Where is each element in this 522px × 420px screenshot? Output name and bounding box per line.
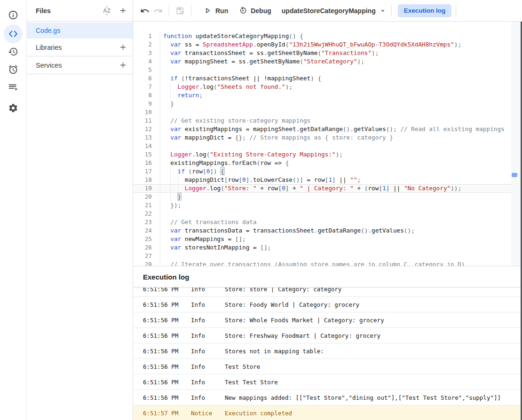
triggers-button[interactable]: [4, 60, 23, 79]
log-level: Info: [191, 288, 225, 293]
code-line[interactable]: 3 var transactionsSheet = ss.getSheetByN…: [134, 49, 522, 57]
log-timestamp: 6:51:56 PM: [143, 363, 191, 370]
code-line[interactable]: 8 return;: [134, 91, 522, 100]
code-line[interactable]: 13 var mappingDict = {}; // Store mappin…: [134, 133, 522, 142]
code-text: Logger.log("Store: " + row[0] + " | Cate…: [160, 184, 522, 193]
code-line[interactable]: 12 var existingMappings = mappingSheet.g…: [134, 125, 522, 133]
line-number: 13: [134, 133, 160, 142]
log-entry: 6:51:56 PMInfoTest Test Store: [134, 374, 522, 390]
project-history-button[interactable]: [4, 42, 23, 61]
line-number: 17: [134, 167, 160, 176]
code-line[interactable]: 17 if (row[0]) {: [134, 167, 522, 176]
code-line[interactable]: 22: [134, 210, 522, 218]
add-library-button[interactable]: [117, 41, 129, 54]
code-editor[interactable]: 1function updateStoreCategoryMapping() {…: [134, 22, 522, 266]
line-number: 4: [134, 57, 160, 66]
toolbar-divider: [456, 5, 456, 16]
editor-button[interactable]: [4, 24, 23, 43]
line-number: 28: [134, 260, 160, 266]
log-entry: 6:51:56 PMInfoStore: Whole Foods Market …: [134, 312, 522, 328]
toolbar-divider: [169, 5, 169, 16]
line-number: 6: [134, 74, 160, 83]
line-number: 16: [134, 159, 160, 167]
indent-guide: [178, 184, 178, 193]
code-text: var ss = SpreadsheetApp.openById("13h2i5…: [160, 40, 522, 49]
debug-label: Debug: [251, 7, 271, 15]
code-line[interactable]: 4 var mappingSheet = ss.getSheetByName("…: [134, 57, 522, 66]
project-settings-button[interactable]: [4, 99, 23, 117]
alarm-clock-icon: [8, 64, 18, 75]
files-panel: Files AZ Code.gs Libraries Services: [26, 0, 133, 420]
run-label: Run: [215, 7, 228, 15]
log-timestamp: 6:51:56 PM: [143, 348, 191, 355]
code-line[interactable]: 19 Logger.log("Store: " + row[0] + " | C…: [134, 184, 522, 193]
code-line[interactable]: 7 Logger.log("Sheets not found.");: [134, 83, 522, 91]
line-number: 8: [134, 91, 160, 100]
code-text: Logger.log("Sheets not found.");: [160, 83, 522, 91]
log-level: Info: [191, 301, 225, 308]
indent-guide: [170, 176, 171, 184]
code-line[interactable]: 2 var ss = SpreadsheetApp.openById("13h2…: [134, 40, 522, 49]
execution-log-panel: Execution log 6:51:56 PMInfoStore: store…: [134, 266, 522, 420]
code-line[interactable]: 10: [134, 108, 522, 117]
add-file-button[interactable]: [117, 5, 129, 17]
sidebar-section-libraries[interactable]: Libraries: [27, 39, 133, 56]
code-text: var newMappings = [];: [160, 235, 522, 243]
code-line[interactable]: 9 }: [134, 100, 522, 108]
az-sort-icon[interactable]: AZ: [101, 6, 113, 16]
code-line[interactable]: 25 var newMappings = [];: [134, 235, 522, 243]
function-selector-value: updateStoreCategoryMapping: [282, 7, 376, 15]
code-text: // Get transactions data: [160, 218, 522, 226]
code-line[interactable]: 21 });: [134, 201, 522, 210]
log-message: Store: Foody World | Category: grocery: [225, 301, 522, 308]
log-level: Info: [191, 332, 225, 339]
log-message: Store: Whole Foods Market | Category: gr…: [225, 317, 522, 324]
code-line[interactable]: 23 // Get transactions data: [134, 218, 522, 226]
log-entry: 6:51:56 PMInfoStore: Freshway Foodmart |…: [134, 328, 522, 343]
line-number: 25: [134, 235, 160, 243]
add-service-button[interactable]: [117, 59, 129, 71]
code-line[interactable]: 26 var storesNotInMapping = [];: [134, 243, 522, 252]
execution-log-header: Execution log: [134, 266, 522, 288]
code-line[interactable]: 15 Logger.log("Existing Store-Category M…: [134, 150, 522, 159]
code-line[interactable]: 6 if (!transactionsSheet || !mappingShee…: [134, 74, 522, 83]
toolbar-divider: [191, 5, 191, 16]
run-button[interactable]: Run: [203, 6, 228, 15]
code-line[interactable]: 24 var transactionsData = transactionsSh…: [134, 226, 522, 235]
undo-button[interactable]: [138, 4, 151, 17]
code-line[interactable]: 5: [134, 66, 522, 74]
plus-icon: [119, 43, 127, 52]
code-line[interactable]: 18 mappingDict[row[0].toLowerCase()] = r…: [134, 176, 522, 184]
code-line[interactable]: 1function updateStoreCategoryMapping() {: [134, 32, 522, 40]
code-text: return;: [160, 91, 522, 100]
log-entry: 6:51:56 PMInfoStore: Foody World | Categ…: [134, 297, 522, 312]
log-message: Stores not in mapping table:: [225, 348, 522, 355]
execution-log-toggle-button[interactable]: Execution log: [398, 4, 452, 17]
code-line[interactable]: 20 }: [134, 193, 522, 201]
redo-button[interactable]: [151, 4, 165, 17]
code-line[interactable]: 11 // Get existing store-category mappin…: [134, 117, 522, 125]
save-button[interactable]: [174, 4, 187, 17]
code-line[interactable]: 27: [134, 252, 522, 260]
debug-button[interactable]: Debug: [238, 6, 271, 15]
debug-icon: [238, 6, 247, 15]
code-text: var mappingDict = {}; // Store mappings …: [160, 133, 522, 142]
minimap[interactable]: [511, 22, 521, 266]
function-selector-dropdown[interactable]: updateStoreCategoryMapping: [282, 7, 387, 15]
code-text: var transactionsSheet = ss.getSheetByNam…: [160, 49, 522, 57]
code-line[interactable]: 28 // Iterate over transactions (Assumin…: [134, 260, 522, 266]
file-item-code-gs[interactable]: Code.gs: [27, 23, 133, 39]
plus-icon: [119, 6, 127, 15]
apps-script-editor: Files AZ Code.gs Libraries Services: [0, 0, 522, 420]
sidebar-section-services[interactable]: Services: [27, 56, 133, 74]
code-text: existingMappings.forEach(row => {: [160, 159, 522, 167]
executions-button[interactable]: [4, 78, 23, 97]
left-icon-rail: [0, 0, 26, 420]
history-icon: [8, 47, 18, 57]
code-line[interactable]: 14: [134, 142, 522, 150]
log-timestamp: 6:51:56 PM: [143, 317, 191, 324]
code-text: // Iterate over transactions (Assuming s…: [160, 260, 522, 266]
code-line[interactable]: 16 existingMappings.forEach(row => {: [134, 159, 522, 167]
indent-guide: [170, 167, 171, 176]
overview-button[interactable]: [4, 6, 23, 24]
